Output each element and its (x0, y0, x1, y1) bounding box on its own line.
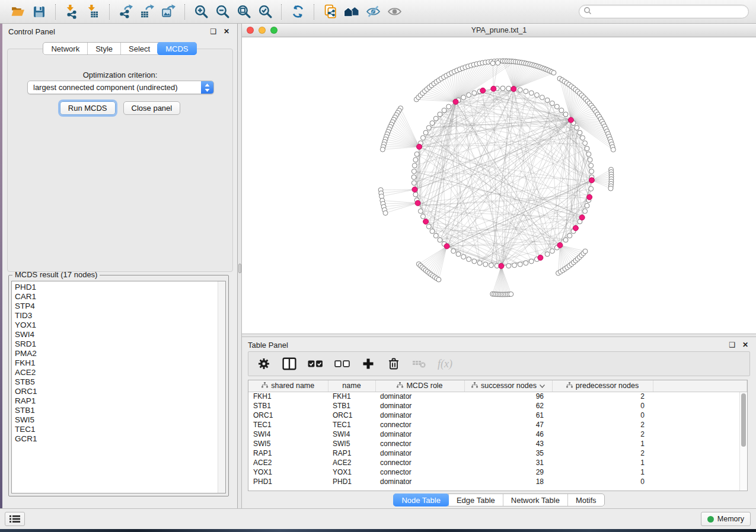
network-node[interactable] (550, 101, 554, 105)
table-tab-edge-table[interactable]: Edge Table (448, 494, 503, 506)
search-input[interactable] (592, 6, 748, 17)
network-node[interactable] (412, 169, 416, 174)
network-node[interactable] (483, 262, 488, 267)
network-node[interactable] (540, 95, 544, 100)
network-node[interactable] (413, 192, 418, 197)
tab-select[interactable]: Select (120, 43, 158, 55)
network-leaf-node[interactable] (583, 249, 588, 254)
network-manager-icon[interactable] (341, 3, 362, 21)
network-node[interactable] (545, 252, 550, 257)
mcds-hub-node[interactable] (568, 117, 573, 123)
import-table-icon[interactable] (82, 3, 104, 21)
table-row[interactable]: RAP1RAP1dominator352 (248, 448, 747, 458)
network-leaf-node[interactable] (551, 70, 556, 75)
clone-network-icon[interactable] (320, 3, 341, 21)
table-row[interactable]: SWI4SWI4dominator462 (248, 430, 747, 439)
mcds-result-item[interactable]: YOX1 (15, 321, 225, 330)
network-node[interactable] (588, 158, 592, 162)
network-node[interactable] (451, 249, 456, 254)
mcds-hub-node[interactable] (415, 200, 420, 206)
column-header-MCDS-role[interactable]: MCDS role (375, 380, 464, 392)
network-node[interactable] (461, 255, 466, 259)
column-header-shared-name[interactable]: shared name (248, 380, 328, 392)
mcds-hub-node[interactable] (423, 219, 429, 225)
network-node[interactable] (567, 233, 572, 238)
network-node[interactable] (580, 136, 585, 140)
network-node[interactable] (433, 116, 438, 121)
table-row[interactable]: STB1STB1dominator620 (248, 401, 747, 411)
mcds-hub-node[interactable] (511, 86, 516, 92)
network-node[interactable] (426, 126, 431, 130)
network-node[interactable] (534, 92, 539, 97)
network-node[interactable] (545, 98, 550, 102)
column-header-predecessor-nodes[interactable]: predecessor nodes (552, 380, 653, 392)
close-panel-icon[interactable]: ✕ (222, 27, 231, 36)
mcds-hub-node[interactable] (589, 178, 594, 183)
zoom-selected-icon[interactable] (254, 3, 276, 21)
network-node[interactable] (589, 163, 594, 168)
table-scrollbar-thumb[interactable] (741, 393, 746, 447)
split-columns-icon[interactable] (282, 356, 296, 371)
tab-style[interactable]: Style (87, 43, 120, 55)
table-tab-node-table[interactable]: Node Table (393, 493, 449, 507)
mcds-hub-node[interactable] (573, 226, 578, 231)
tab-network[interactable]: Network (43, 43, 87, 55)
memory-button[interactable]: Memory (701, 512, 751, 526)
network-graph[interactable] (242, 37, 756, 334)
mcds-result-item[interactable]: FKH1 (15, 358, 225, 368)
network-node[interactable] (554, 104, 559, 109)
select-all-icon[interactable] (308, 356, 323, 371)
mcds-result-item[interactable]: ACE2 (15, 368, 225, 377)
network-node[interactable] (426, 224, 431, 229)
network-node[interactable] (563, 112, 568, 117)
settings-icon[interactable] (257, 356, 271, 371)
network-node[interactable] (575, 126, 579, 130)
network-node[interactable] (506, 86, 511, 91)
mcds-result-item[interactable]: GCR1 (15, 434, 225, 444)
mcds-result-item[interactable]: STP4 (15, 302, 225, 311)
show-panels-button[interactable] (5, 512, 25, 526)
network-node[interactable] (500, 86, 505, 91)
network-node[interactable] (489, 263, 493, 268)
export-network-icon[interactable] (115, 3, 136, 21)
delete-column-icon[interactable] (387, 356, 401, 371)
mcds-result-item[interactable]: TID3 (15, 311, 225, 321)
add-column-icon[interactable] (361, 356, 375, 371)
hide-selected-icon[interactable] (362, 3, 384, 21)
mcds-hub-node[interactable] (480, 88, 486, 93)
table-row[interactable]: ACE2ACE2connector311 (248, 458, 747, 467)
zoom-in-icon[interactable] (190, 3, 212, 21)
network-node[interactable] (506, 264, 511, 268)
network-leaf-node[interactable] (380, 147, 385, 152)
mcds-result-item[interactable]: RAP1 (15, 396, 225, 406)
mcds-result-item[interactable]: TEC1 (15, 425, 225, 434)
network-node[interactable] (585, 146, 589, 151)
network-node[interactable] (420, 136, 425, 140)
mcds-hub-node[interactable] (557, 242, 563, 248)
network-node[interactable] (438, 112, 442, 117)
zoom-out-icon[interactable] (212, 3, 233, 21)
mcds-hub-node[interactable] (579, 215, 585, 220)
network-node[interactable] (412, 163, 417, 168)
network-node[interactable] (414, 152, 419, 156)
network-node[interactable] (589, 187, 594, 191)
network-leaf-node[interactable] (383, 211, 388, 216)
table-row[interactable]: TEC1TEC1connector472 (248, 420, 747, 430)
search-box[interactable] (579, 5, 749, 18)
network-node[interactable] (589, 169, 594, 174)
criterion-dropdown[interactable]: largest connected component (undirected) (27, 81, 214, 94)
table-row[interactable]: SWI5SWI5connector431 (248, 439, 747, 448)
mcds-result-item[interactable]: STB5 (15, 377, 225, 387)
export-image-icon[interactable] (158, 3, 179, 21)
network-node[interactable] (583, 209, 588, 213)
mcds-hub-node[interactable] (417, 144, 422, 149)
network-node[interactable] (524, 89, 528, 94)
network-leaf-node[interactable] (608, 186, 613, 191)
refresh-icon[interactable] (287, 3, 308, 21)
mcds-result-item[interactable]: PHD1 (15, 283, 225, 292)
run-mcds-button[interactable]: Run MCDS (60, 101, 116, 115)
table-tab-motifs[interactable]: Motifs (567, 494, 604, 506)
network-node[interactable] (461, 95, 466, 100)
network-node[interactable] (467, 257, 471, 262)
splitter-grip[interactable] (238, 264, 241, 273)
